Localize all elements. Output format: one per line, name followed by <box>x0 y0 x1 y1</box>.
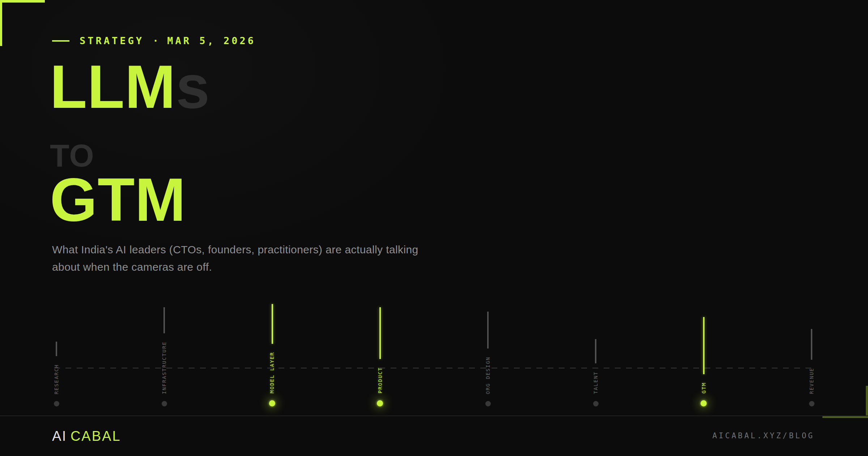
timeline-label: ORG DESIGN <box>485 356 491 394</box>
timeline-item-infrastructure: INFRASTRUCTURE <box>139 307 190 406</box>
page-title: LLMs TO GTM <box>50 56 210 230</box>
brand-accent: CABAL <box>71 428 121 444</box>
timeline-item-talent: TALENT <box>570 339 621 406</box>
brand-primary: AI <box>52 428 67 444</box>
subtitle: What India's AI leaders (CTOs, founders,… <box>52 241 450 276</box>
timeline-label: INFRASTRUCTURE <box>161 341 167 394</box>
timeline-label: PRODUCT <box>377 367 383 393</box>
date-label: MAR 5, 2026 <box>167 35 256 46</box>
timeline-dot-icon <box>809 401 814 406</box>
timeline-item-research: RESEARCH <box>31 342 82 406</box>
timeline-item-gtm: GTM <box>678 317 729 406</box>
title-llm: LLM <box>50 53 176 121</box>
timeline-label: RESEARCH <box>53 364 60 394</box>
corner-bracket-top-left-icon <box>0 0 45 46</box>
corner-bracket-bottom-right-icon <box>822 386 868 418</box>
timeline-tick-line <box>272 304 273 344</box>
timeline-tick-line <box>56 342 57 356</box>
timeline-dot-icon <box>162 401 167 406</box>
timeline-tick-line <box>811 329 812 360</box>
timeline-dashed-axis <box>54 368 815 368</box>
timeline-dot-icon <box>485 401 491 406</box>
timeline-tick-line <box>595 339 596 363</box>
subtitle-line-2: about when the cameras are off. <box>52 261 212 273</box>
timeline-dot-icon <box>54 401 59 406</box>
title-line-llms: LLMs <box>50 56 210 117</box>
timeline-tick-line <box>487 312 489 349</box>
eyebrow-dash-icon <box>52 40 69 42</box>
title-gtm: GTM <box>50 169 210 230</box>
timeline-dot-icon <box>593 401 599 406</box>
category-label: STRATEGY <box>80 35 144 46</box>
blog-cover-card: STRATEGY · MAR 5, 2026 LLMs TO GTM What … <box>0 0 868 456</box>
timeline-tick-line <box>163 307 165 333</box>
timeline-tick-line <box>703 317 705 374</box>
timeline-label: MODEL LAYER <box>269 352 275 393</box>
timeline-dot-icon <box>269 400 275 406</box>
subtitle-line-1: What India's AI leaders (CTOs, founders,… <box>52 244 418 256</box>
brand-logo: AICABAL <box>52 428 121 444</box>
timeline-item-model-layer: MODEL LAYER <box>247 304 298 406</box>
timeline-item-product: PRODUCT <box>355 307 405 406</box>
timeline-item-org-design: ORG DESIGN <box>463 312 513 406</box>
timeline-tick-line <box>379 307 381 359</box>
timeline-dot-icon <box>377 400 383 406</box>
separator-dot: · <box>153 35 158 46</box>
blog-url: AICABAL.XYZ/BLOG <box>712 431 814 440</box>
title-s: s <box>176 53 210 121</box>
timeline-label: TALENT <box>592 371 599 394</box>
eyebrow: STRATEGY · MAR 5, 2026 <box>52 35 256 46</box>
timeline-dot-icon <box>701 400 707 406</box>
footer-divider <box>0 415 868 416</box>
timeline-label: REVENUE <box>808 368 815 394</box>
timeline-label: GTM <box>701 382 707 393</box>
